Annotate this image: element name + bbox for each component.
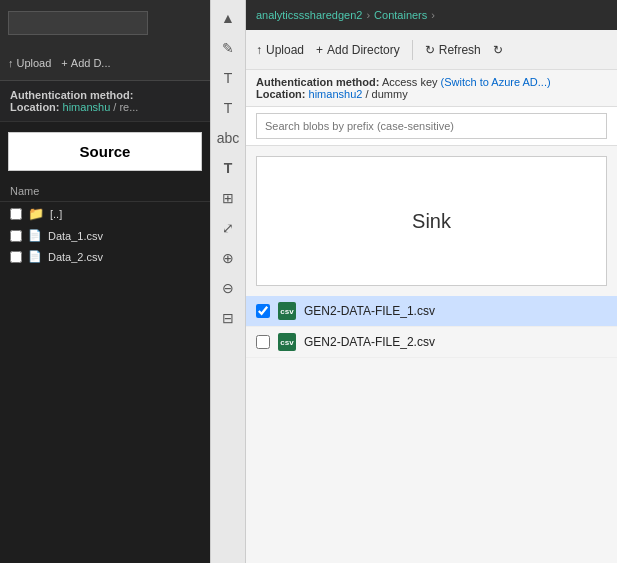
list-item[interactable]: 📄 Data_1.csv: [0, 225, 210, 246]
right-auth-info: Authentication method: Access key (Switc…: [246, 70, 617, 107]
add-dir-plus-icon: +: [316, 43, 323, 57]
mid-expand-button[interactable]: ⤢: [215, 215, 241, 241]
csv-icon: csv: [278, 333, 296, 351]
right-panel: analyticsssharedgen2 › Containers › ↑ Up…: [246, 0, 617, 563]
left-auth-info: Authentication method: Location: himansh…: [0, 81, 210, 122]
right-location-path: / dummy: [365, 88, 407, 100]
right-switch-auth-link[interactable]: (Switch to Azure AD...): [441, 76, 551, 88]
right-refresh-label: Refresh: [439, 43, 481, 57]
right-file-list: csv GEN2-DATA-FILE_1.csv csv GEN2-DATA-F…: [246, 296, 617, 563]
right-location-user-link[interactable]: himanshu2: [309, 88, 363, 100]
location-label: Location:: [10, 101, 63, 113]
breadcrumb-sep2: ›: [431, 9, 435, 21]
mid-text2-button[interactable]: T: [215, 95, 241, 121]
right-add-directory-button[interactable]: + Add Directory: [316, 43, 400, 57]
more-icon: ↻: [493, 43, 503, 57]
breadcrumb-account[interactable]: analyticsssharedgen2: [256, 9, 362, 21]
file-checkbox[interactable]: [256, 304, 270, 318]
breadcrumb-containers[interactable]: Containers: [374, 9, 427, 21]
csv-icon: 📄: [28, 250, 42, 263]
breadcrumb: analyticsssharedgen2 › Containers ›: [246, 0, 617, 30]
left-top-bar: [0, 0, 210, 45]
add-dir-icon: +: [61, 57, 67, 69]
folder-icon: 📁: [28, 206, 44, 221]
mid-remove-button[interactable]: ⊖: [215, 275, 241, 301]
mid-bold-button[interactable]: T: [215, 155, 241, 181]
file-name: Data_2.csv: [48, 251, 103, 263]
csv-icon: 📄: [28, 229, 42, 242]
left-top-input[interactable]: [8, 11, 148, 35]
upload-icon: ↑: [8, 57, 14, 69]
mid-add-button[interactable]: ⊕: [215, 245, 241, 271]
right-auth-label: Authentication method: Access key: [256, 76, 441, 88]
file-checkbox[interactable]: [10, 251, 22, 263]
search-input[interactable]: [256, 113, 607, 139]
mid-grid-button[interactable]: ⊞: [215, 185, 241, 211]
file-checkbox[interactable]: [10, 230, 22, 242]
file-name: GEN2-DATA-FILE_1.csv: [304, 304, 435, 318]
location-link[interactable]: himanshu: [63, 101, 111, 113]
list-item[interactable]: csv GEN2-DATA-FILE_1.csv: [246, 296, 617, 327]
mid-cursor-button[interactable]: ▲: [215, 5, 241, 31]
left-panel: ↑ Upload + Add D... Authentication metho…: [0, 0, 210, 563]
right-add-directory-label: Add Directory: [327, 43, 400, 57]
left-add-dir-button[interactable]: + Add D...: [61, 57, 110, 69]
right-upload-label: Upload: [266, 43, 304, 57]
sink-label: Sink: [412, 210, 451, 233]
right-upload-button[interactable]: ↑ Upload: [256, 43, 304, 57]
file-checkbox[interactable]: [10, 208, 22, 220]
mid-abc-button[interactable]: abc: [215, 125, 241, 151]
mid-text-button[interactable]: T: [215, 65, 241, 91]
refresh-icon: ↻: [425, 43, 435, 57]
right-refresh-button[interactable]: ↻ Refresh: [425, 43, 481, 57]
search-bar: [246, 107, 617, 146]
file-table-header: Name: [0, 181, 210, 202]
file-checkbox[interactable]: [256, 335, 270, 349]
right-location-label: Location:: [256, 88, 309, 100]
file-name: Data_1.csv: [48, 230, 103, 242]
list-item[interactable]: 📄 Data_2.csv: [0, 246, 210, 267]
auth-label-text: Authentication method:: [10, 89, 133, 101]
toolbar-divider: [412, 40, 413, 60]
list-item[interactable]: 📁 [..]: [0, 202, 210, 225]
left-upload-button[interactable]: ↑ Upload: [8, 57, 51, 69]
mid-misc-button[interactable]: ⊟: [215, 305, 241, 331]
file-name: GEN2-DATA-FILE_2.csv: [304, 335, 435, 349]
list-item[interactable]: csv GEN2-DATA-FILE_2.csv: [246, 327, 617, 358]
add-dir-label: Add D...: [71, 57, 111, 69]
middle-toolbar-strip: ▲ ✎ T T abc T ⊞ ⤢ ⊕ ⊖ ⊟: [210, 0, 246, 563]
source-label: Source: [8, 132, 202, 171]
upload-label: Upload: [17, 57, 52, 69]
csv-icon: csv: [278, 302, 296, 320]
left-toolbar: ↑ Upload + Add D...: [0, 45, 210, 81]
right-more-button[interactable]: ↻: [493, 43, 503, 57]
breadcrumb-sep: ›: [366, 9, 370, 21]
sink-area: Sink: [256, 156, 607, 286]
right-toolbar: ↑ Upload + Add Directory ↻ Refresh ↻: [246, 30, 617, 70]
file-name: [..]: [50, 208, 62, 220]
location-path: / re...: [113, 101, 138, 113]
mid-pencil-button[interactable]: ✎: [215, 35, 241, 61]
upload-arrow-icon: ↑: [256, 43, 262, 57]
